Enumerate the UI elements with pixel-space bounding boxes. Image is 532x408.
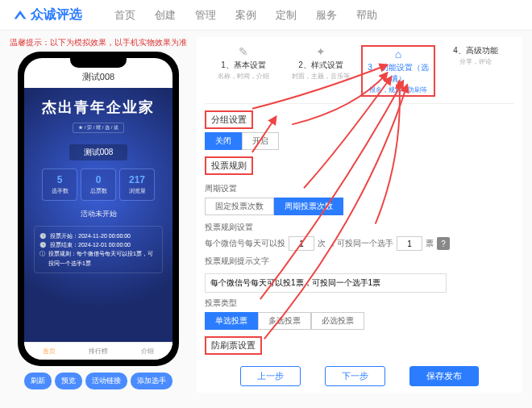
info-rule: ⓘ投票规则：每个微信号每天可以投1票，可投同一个选手1票 [39,249,157,267]
step-function[interactable]: ⌂ 3、功能设置（选填） 报名，规则，防刷等 [360,44,437,98]
group-toggle: 关闭 开启 [205,132,514,150]
preview-column: 温馨提示：以下为模拟效果，以手机实物效果为准 测试008 杰出青年企业家 ★ /… [10,37,187,393]
add-contestant-button[interactable]: 添加选手 [131,373,172,389]
info-box: 🕓投票开始：2024-11-20 00:00:00 🕓投票结束：2024-12-… [34,226,163,273]
save-publish-button[interactable]: 保存发布 [409,366,479,386]
preview-button[interactable]: 预览 [55,373,82,389]
link-button[interactable]: 活动链接 [85,373,127,389]
cycle-fixed-button[interactable]: 固定投票次数 [205,198,274,215]
nav-manage[interactable]: 管理 [195,8,216,23]
nav-cases[interactable]: 案例 [235,8,256,23]
hero-subtitle: ★ / 荣 / 耀 / 选 / 拔 [73,123,124,133]
info-end: 🕓投票结束：2024-12-01 00:00:00 [39,240,157,249]
tab-rank[interactable]: 排行榜 [73,343,123,360]
stat-votes: 0 总票数 [81,169,116,201]
tab-intro[interactable]: 介绍 [123,343,172,360]
vote-type-required[interactable]: 必选投票 [311,312,364,330]
group-off-button[interactable]: 关闭 [205,132,242,150]
warning-text: 温馨提示：以下为模拟效果，以手机实物效果为准 [10,37,187,48]
nav-create[interactable]: 创建 [155,8,176,23]
footer-buttons: 上一步 下一步 保存发布 [205,366,514,386]
nav-home[interactable]: 首页 [114,8,135,23]
votes-per-day-input[interactable] [289,236,314,251]
nav-custom[interactable]: 定制 [276,8,297,23]
cycle-label: 周期设置 [205,183,514,194]
phone-tabbar: 首页 排行榜 介绍 [24,342,172,360]
preview-actions: 刷新 预览 活动链接 添加选手 [10,373,187,389]
prev-step-button[interactable]: 上一步 [240,366,301,386]
clock-icon: 🕓 [39,231,47,240]
sparkle-icon: ✦ [284,45,358,58]
group-section-label: 分组设置 [205,110,253,129]
votes-per-contestant-input[interactable] [397,236,422,251]
step-advanced[interactable]: 4、高级功能 分享，评论 [437,44,514,98]
nav-help[interactable]: 帮助 [356,8,377,23]
step-nav: ✎ 1、基本设置 名称，时间，介绍 ✦ 2、样式设置 封面，主题，音乐等 ⌂ 3… [205,44,514,104]
step-style[interactable]: ✦ 2、样式设置 封面，主题，音乐等 [282,44,360,98]
phone-notch [70,56,127,68]
brand-logo[interactable]: 众诚评选 [13,6,82,23]
vote-type-label: 投票类型 [205,298,514,309]
config-panel: ✎ 1、基本设置 名称，时间，介绍 ✦ 2、样式设置 封面，主题，音乐等 ⌂ 3… [197,37,522,393]
top-nav: 首页 创建 管理 案例 定制 服务 帮助 [114,8,377,23]
info-start: 🕓投票开始：2024-11-20 00:00:00 [39,231,157,240]
vote-type-multi[interactable]: 多选投票 [258,312,311,330]
edit-icon: ✎ [206,45,281,58]
phone-screen: 测试008 杰出青年企业家 ★ / 荣 / 耀 / 选 / 拔 测试008 5 … [24,58,172,360]
shield-icon: ⌂ [366,48,430,60]
logo-icon [13,8,27,23]
cycle-periodic-button[interactable]: 周期投票次数 [274,198,343,215]
main-area: 温馨提示：以下为模拟效果，以手机实物效果为准 测试008 杰出青年企业家 ★ /… [0,31,532,399]
stat-contestants: 5 选手数 [42,169,77,201]
stat-views: 217 浏览量 [119,169,155,201]
hero-badge: 测试008 [69,144,128,160]
hint-input[interactable] [205,273,447,293]
next-step-button[interactable]: 下一步 [325,366,385,386]
rule-row: 每个微信号每天可以投 次 ，可投同一个选手 票 ? [205,236,514,251]
refresh-button[interactable]: 刷新 [24,373,52,389]
clock-icon: 🕓 [39,240,47,249]
hint-label: 投票规则提示文字 [205,256,514,267]
activity-status: 活动未开始 [29,209,168,219]
cycle-toggle: 固定投票次数 周期投票次数 [205,198,514,215]
rule-set-label: 投票规则设置 [205,222,514,233]
nav-service[interactable]: 服务 [316,8,337,23]
hero-title: 杰出青年企业家 [29,98,168,117]
group-on-button[interactable]: 开启 [242,132,279,150]
annotation-box-step: ⌂ 3、功能设置（选填） 报名，规则，防刷等 [361,45,435,97]
vote-type-single[interactable]: 单选投票 [205,312,258,330]
phone-frame: 测试008 杰出青年企业家 ★ / 荣 / 耀 / 选 / 拔 测试008 5 … [18,52,179,366]
rule-icon: ⓘ [39,249,45,258]
hero-section: 杰出青年企业家 ★ / 荣 / 耀 / 选 / 拔 测试008 5 选手数 0 … [24,88,172,342]
vote-rules-label: 投票规则 [205,156,253,175]
tab-home[interactable]: 首页 [24,343,73,360]
stats-row: 5 选手数 0 总票数 217 浏览量 [29,169,168,201]
brand-text: 众诚评选 [31,6,82,23]
anti-cheat-label: 防刷票设置 [205,336,262,355]
top-header: 众诚评选 首页 创建 管理 案例 定制 服务 帮助 [0,0,532,31]
step-basic[interactable]: ✎ 1、基本设置 名称，时间，介绍 [205,44,282,98]
vote-type-toggle: 单选投票 多选投票 必选投票 [205,312,514,330]
help-icon[interactable]: ? [437,237,450,250]
